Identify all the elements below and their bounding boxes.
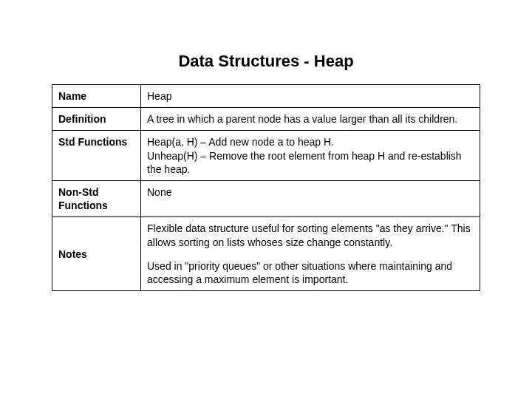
notes-para2: Used in "priority queues" or other situa… — [147, 259, 474, 286]
table-row: Std Functions Heap(a, H) – Add new node … — [52, 131, 480, 181]
row-label-name: Name — [52, 85, 141, 108]
row-value-notes: Flexible data structure useful for sorti… — [141, 217, 480, 291]
row-value-definition: A tree in which a parent node has a valu… — [141, 108, 480, 131]
std-functions-line2: Unheap(H) – Remove the root element from… — [147, 149, 474, 176]
page-title: Data Structures - Heap — [52, 52, 480, 71]
row-value-name: Heap — [141, 85, 480, 108]
row-label-std-functions: Std Functions — [52, 131, 141, 181]
std-functions-line1: Heap(a, H) – Add new node a to heap H. — [147, 135, 474, 149]
table-row: Non-Std Functions None — [52, 180, 480, 216]
table-row: Definition A tree in which a parent node… — [52, 108, 480, 131]
data-structure-table: Name Heap Definition A tree in which a p… — [52, 84, 480, 291]
notes-para1: Flexible data structure useful for sorti… — [147, 222, 474, 248]
row-label-definition: Definition — [52, 108, 141, 131]
row-label-non-std-functions: Non-Std Functions — [52, 180, 141, 216]
table-row: Name Heap — [52, 85, 480, 108]
table-row: Notes Flexible data structure useful for… — [52, 217, 480, 291]
row-label-notes: Notes — [52, 217, 141, 291]
row-value-non-std-functions: None — [141, 180, 480, 216]
slide: Data Structures - Heap Name Heap Definit… — [0, 0, 532, 399]
row-value-std-functions: Heap(a, H) – Add new node a to heap H. U… — [141, 131, 480, 181]
